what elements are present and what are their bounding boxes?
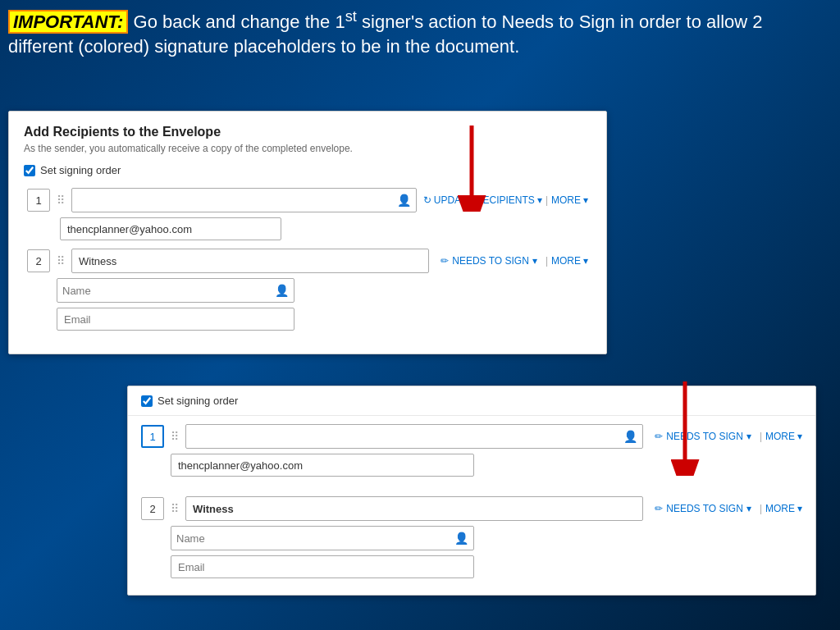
needs-to-sign-label-2-bottom: NEEDS TO SIGN xyxy=(666,503,743,514)
recipient-2-actions-bottom: ✏ NEEDS TO SIGN ▾ | MORE ▾ xyxy=(650,500,802,518)
person-icon-1-bottom: 👤 xyxy=(623,430,637,443)
recipient-2-name-input-bottom[interactable] xyxy=(185,496,643,521)
panel-title: Add Recipients to the Envelope xyxy=(24,125,591,139)
recipient-1-section-top: 1 ⠿ 👤 ↻ UPDATE RECIPIENTS ▾ | MORE ▾ xyxy=(24,188,591,240)
drag-handle-2-bottom[interactable]: ⠿ xyxy=(171,502,179,515)
signing-order-label-bottom: Set signing order xyxy=(158,395,238,407)
pencil-icon-2-top: ✏ xyxy=(441,255,449,267)
recipient-1-email-input-bottom[interactable] xyxy=(171,454,474,477)
more-btn-1-bottom[interactable]: MORE ▾ xyxy=(765,431,802,442)
separator-2-top: | xyxy=(546,255,548,267)
recipient-2-name-sub-input-top[interactable] xyxy=(62,285,275,297)
more-caret-1-top: ▾ xyxy=(583,194,588,206)
more-btn-2-top[interactable]: MORE ▾ xyxy=(551,255,588,267)
needs-to-sign-caret-2-top: ▾ xyxy=(532,255,537,267)
more-caret-2-top: ▾ xyxy=(583,255,588,267)
recipient-2-email-input-bottom[interactable] xyxy=(171,555,474,578)
panel-subtitle: As the sender, you automatically receive… xyxy=(24,143,591,154)
panel-top: Add Recipients to the Envelope As the se… xyxy=(8,111,607,354)
separator-2-bottom: | xyxy=(760,503,762,514)
recipient-2-section-top: 2 ⠿ ✏ NEEDS TO SIGN ▾ | MORE ▾ 👤 xyxy=(24,249,591,331)
drag-handle-1-bottom[interactable]: ⠿ xyxy=(171,430,179,443)
recipient-1-email-row-top xyxy=(27,217,588,240)
update-caret-icon: ▾ xyxy=(537,194,542,206)
recipient-1-number-top: 1 xyxy=(27,189,50,212)
person-icon-2-top: 👤 xyxy=(275,284,289,297)
more-btn-1-top[interactable]: MORE ▾ xyxy=(551,194,588,206)
needs-to-sign-caret-2-bottom: ▾ xyxy=(746,503,751,514)
recipient-1-name-field-bottom[interactable]: 👤 xyxy=(185,424,643,449)
drag-handle-2-top[interactable]: ⠿ xyxy=(57,254,65,267)
recipient-1-name-input-top[interactable] xyxy=(77,194,397,207)
pencil-icon-2-bottom: ✏ xyxy=(655,503,663,514)
recipient-2-number-top: 2 xyxy=(27,249,50,272)
recipient-1-name-input-bottom[interactable] xyxy=(191,431,623,443)
recipient-2-number-bottom: 2 xyxy=(141,497,164,520)
signing-order-label-top: Set signing order xyxy=(40,164,121,176)
more-caret-2-bottom: ▾ xyxy=(797,503,802,514)
signing-order-checkbox-top[interactable] xyxy=(24,165,35,176)
signing-order-checkbox-bottom[interactable] xyxy=(141,395,153,407)
arrow-bottom xyxy=(652,377,718,476)
needs-to-sign-btn-2-top[interactable]: ✏ NEEDS TO SIGN ▾ xyxy=(436,252,542,270)
needs-to-sign-label-2-top: NEEDS TO SIGN xyxy=(452,255,529,267)
more-label-1-bottom: MORE xyxy=(765,431,795,442)
recipient-2-name-sub-input-bottom[interactable] xyxy=(176,532,454,545)
more-label-1-top: MORE xyxy=(551,194,581,206)
recipient-2-email-input-top[interactable] xyxy=(57,308,294,331)
person-icon-1-top: 👤 xyxy=(397,194,411,207)
recipient-1-number-bottom: 1 xyxy=(141,425,164,448)
drag-handle-1-top[interactable]: ⠿ xyxy=(57,194,65,207)
recipient-1-email-input-top[interactable] xyxy=(60,217,281,240)
superscript: st xyxy=(345,7,357,25)
more-btn-2-bottom[interactable]: MORE ▾ xyxy=(765,503,802,514)
separator-1-bottom: | xyxy=(760,431,762,442)
recipient-2-section-bottom: 2 ⠿ ✏ NEEDS TO SIGN ▾ | MORE ▾ 👤 xyxy=(128,488,815,583)
needs-to-sign-btn-2-bottom[interactable]: ✏ NEEDS TO SIGN ▾ xyxy=(650,500,756,518)
person-icon-2-bottom: 👤 xyxy=(454,532,468,545)
header-section: IMPORTANT: Go back and change the 1st si… xyxy=(8,7,832,59)
more-label-2-top: MORE xyxy=(551,255,581,267)
recipient-2-name-input-top[interactable] xyxy=(71,249,429,273)
arrow-top xyxy=(439,121,504,212)
more-label-2-bottom: MORE xyxy=(765,503,795,514)
needs-to-sign-caret-1-bottom: ▾ xyxy=(746,431,751,442)
recipient-1-name-field-top[interactable]: 👤 xyxy=(71,188,417,212)
recipient-2-actions-top: ✏ NEEDS TO SIGN ▾ | MORE ▾ xyxy=(436,252,588,270)
more-caret-1-bottom: ▾ xyxy=(797,431,802,442)
important-label: IMPORTANT: xyxy=(8,10,128,34)
refresh-icon: ↻ xyxy=(423,194,431,206)
separator-1-top: | xyxy=(546,194,548,206)
